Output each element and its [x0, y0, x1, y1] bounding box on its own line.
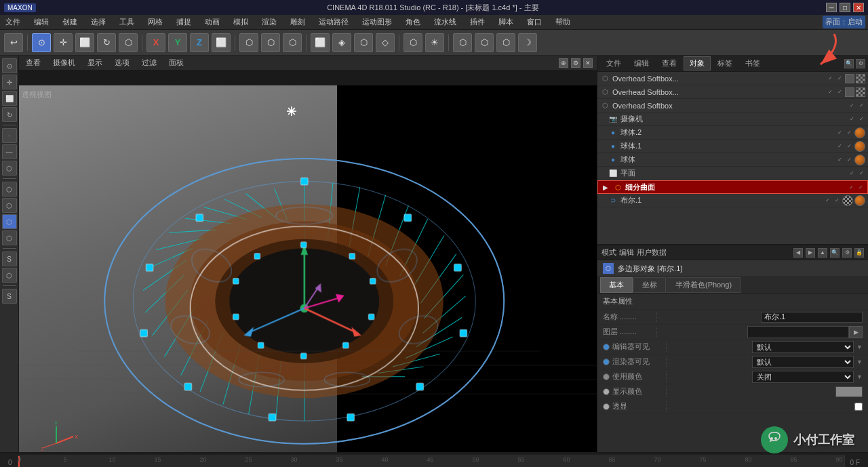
- lt-rotate[interactable]: ↻: [2, 107, 17, 122]
- om-tab-edit[interactable]: 编辑: [628, 56, 655, 70]
- fold-icon[interactable]: ▶: [601, 182, 610, 192]
- visibility-btn[interactable]: ☽: [518, 33, 537, 52]
- render-icon[interactable]: ✓: [857, 102, 865, 110]
- list-item[interactable]: ⬡ Overhead Softbox... ✓ ✓: [597, 85, 868, 99]
- anim-btn1[interactable]: ⬡: [239, 33, 258, 52]
- maximize-button[interactable]: □: [840, 3, 850, 12]
- use-color-select[interactable]: 关闭开启: [752, 371, 854, 383]
- attr-search[interactable]: 🔍: [830, 248, 840, 258]
- render-icon[interactable]: ✓: [835, 88, 844, 96]
- list-item[interactable]: ▶ ⬡ 细分曲面 ✓ ✓: [597, 180, 868, 194]
- render-scene[interactable]: ⬡: [354, 33, 373, 52]
- undo-button[interactable]: ↩: [4, 33, 23, 52]
- menu-snap[interactable]: 捕捉: [174, 16, 194, 28]
- transparent-checkbox[interactable]: [854, 403, 863, 411]
- render-icon[interactable]: ✓: [833, 197, 841, 205]
- xray-btn[interactable]: ⬡: [475, 33, 494, 52]
- lt-bevel[interactable]: ⬡: [2, 198, 17, 213]
- vis-icon[interactable]: ✓: [835, 129, 844, 137]
- menu-motionpath[interactable]: 运动路径: [316, 16, 351, 28]
- menu-file[interactable]: 文件: [3, 16, 23, 28]
- om-tab-view[interactable]: 查看: [656, 56, 683, 70]
- lt-paint[interactable]: ⬡: [2, 268, 17, 283]
- render-region[interactable]: ⬜: [311, 33, 330, 52]
- edit-label[interactable]: 编辑: [619, 247, 634, 258]
- om-tab-file[interactable]: 文件: [600, 56, 627, 70]
- vt-display[interactable]: 显示: [85, 57, 105, 68]
- vis-icon[interactable]: ✓: [835, 142, 844, 150]
- render-icon[interactable]: ✓: [845, 142, 853, 150]
- frame-all[interactable]: ⬡: [453, 33, 472, 52]
- render-obj[interactable]: ◈: [332, 33, 351, 52]
- vt-view[interactable]: 查看: [23, 57, 43, 68]
- menu-plugins[interactable]: 插件: [467, 16, 488, 28]
- render-icon[interactable]: ✓: [857, 169, 865, 178]
- attr-up[interactable]: ▲: [818, 248, 827, 258]
- om-tab-objects[interactable]: 对象: [684, 56, 711, 70]
- lt-extrude[interactable]: ⬡: [2, 182, 17, 197]
- list-item[interactable]: 📷 摄像机 ✓ ✓: [597, 113, 868, 126]
- editor-visible-select[interactable]: 默认开启关闭: [752, 341, 854, 353]
- scale-tool[interactable]: ⬜: [75, 33, 94, 52]
- render-icon[interactable]: ✓: [856, 183, 865, 191]
- mode-label[interactable]: 模式: [601, 247, 616, 258]
- lt-edges[interactable]: —: [2, 144, 17, 159]
- render-visible-select[interactable]: 默认开启关闭: [752, 356, 854, 368]
- vis-icon[interactable]: ✓: [835, 156, 844, 164]
- attr-tab-coords[interactable]: 坐标: [633, 277, 666, 293]
- rotate-tool[interactable]: ↻: [97, 33, 116, 52]
- vis-icon[interactable]: ✓: [823, 197, 831, 205]
- list-item[interactable]: ● 球体 ✓ ✓: [597, 153, 868, 167]
- attr-tab-phong[interactable]: 半滑着色(Phong): [667, 277, 741, 293]
- lt-scale[interactable]: ⬜: [2, 91, 17, 106]
- menu-animate[interactable]: 动画: [202, 16, 222, 28]
- menu-window[interactable]: 窗口: [524, 16, 545, 28]
- om-settings-icon[interactable]: ⚙: [856, 59, 865, 68]
- xaxis-btn[interactable]: X: [146, 33, 165, 52]
- select-tool[interactable]: ⊙: [32, 33, 51, 52]
- render-icon[interactable]: ✓: [845, 129, 853, 137]
- vt-panel[interactable]: 面板: [166, 57, 186, 68]
- world-space[interactable]: ⬜: [212, 33, 231, 52]
- deform-btn[interactable]: ⬡: [403, 33, 422, 52]
- list-item[interactable]: ⊃ 布尔.1 ✓ ✓: [597, 194, 868, 207]
- attr-nav-right[interactable]: ▶: [806, 248, 815, 258]
- menu-script[interactable]: 脚本: [496, 16, 516, 28]
- name-input[interactable]: [761, 312, 863, 323]
- lt-knife[interactable]: ⬡: [2, 230, 17, 245]
- color-swatch[interactable]: [835, 386, 863, 397]
- layer-dropdown[interactable]: [747, 326, 849, 338]
- list-item[interactable]: ● 球体.2 ✓ ✓: [597, 126, 868, 140]
- menu-create[interactable]: 创建: [60, 16, 80, 28]
- om-search-icon[interactable]: 🔍: [844, 59, 854, 68]
- vt-filter[interactable]: 过滤: [139, 57, 159, 68]
- vis-icon[interactable]: ✓: [848, 115, 856, 123]
- layer-right-btn[interactable]: ▶: [849, 326, 863, 338]
- menu-render[interactable]: 渲染: [259, 16, 279, 28]
- close-button[interactable]: ✕: [853, 3, 864, 12]
- menu-sculpt[interactable]: 雕刻: [288, 16, 308, 28]
- om-tab-bookmarks[interactable]: 书签: [739, 56, 766, 70]
- light-btn[interactable]: ☀: [425, 33, 444, 52]
- yaxis-btn[interactable]: Y: [168, 33, 187, 52]
- render-icon[interactable]: ✓: [835, 75, 844, 83]
- menu-pipeline[interactable]: 流水线: [431, 16, 459, 28]
- list-item[interactable]: ● 球体.1 ✓ ✓: [597, 140, 868, 153]
- lt-points[interactable]: ·: [2, 128, 17, 143]
- list-item[interactable]: ⬡ Overhead Softbox ✓ ✓: [597, 99, 868, 113]
- vis-icon[interactable]: ✓: [826, 75, 834, 83]
- vis-icon[interactable]: ✓: [848, 169, 856, 178]
- render-icon[interactable]: ✓: [857, 115, 865, 123]
- vt-options[interactable]: 选项: [112, 57, 132, 68]
- anim-btn3[interactable]: ⬡: [283, 33, 302, 52]
- list-item[interactable]: ⬜ 平面 ✓ ✓: [597, 167, 868, 180]
- vt-close[interactable]: ✕: [583, 58, 593, 68]
- menu-simulate[interactable]: 模拟: [231, 16, 251, 28]
- attr-lock[interactable]: 🔒: [854, 248, 864, 258]
- lt-poly[interactable]: ⬡: [2, 161, 17, 176]
- list-item[interactable]: ⬡ Overhead Softbox... ✓ ✓: [597, 72, 868, 85]
- vt-maximize[interactable]: ⊕: [559, 58, 568, 68]
- menu-select[interactable]: 选择: [88, 16, 108, 28]
- lt-move[interactable]: ✛: [2, 75, 17, 89]
- menu-edit[interactable]: 编辑: [31, 16, 52, 28]
